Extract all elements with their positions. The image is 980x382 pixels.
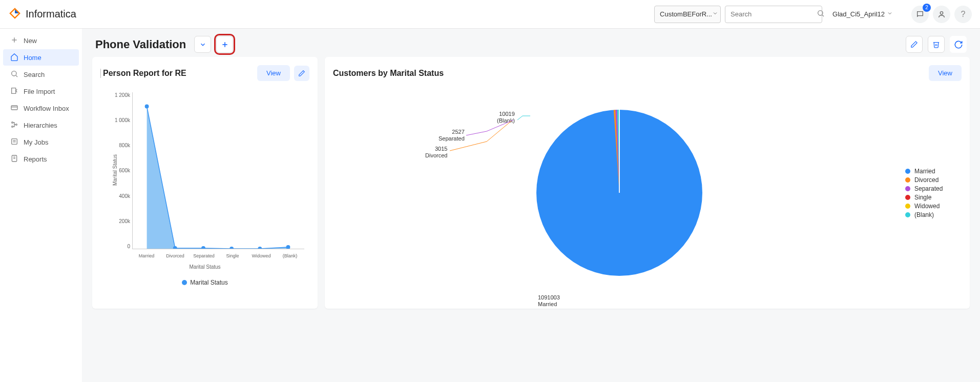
brand-area: Informatica xyxy=(8,7,76,22)
pie-chart: 1091003 Married 10019 (Blank) 2527 Separ… xyxy=(333,100,905,285)
sidebar-item-reports[interactable]: Reports xyxy=(3,151,79,167)
help-button[interactable]: ? xyxy=(954,6,972,23)
card-title: Person Report for RE xyxy=(100,69,257,78)
chevron-down-icon xyxy=(887,10,893,18)
svg-point-28 xyxy=(286,245,290,249)
svg-line-34 xyxy=(487,120,513,131)
svg-point-27 xyxy=(258,247,262,249)
page-dropdown-button[interactable] xyxy=(194,36,211,53)
sidebar-item-label: New xyxy=(24,37,37,45)
svg-point-3 xyxy=(818,11,823,15)
legend-dot-icon xyxy=(905,212,910,217)
view-button[interactable]: View xyxy=(929,65,962,81)
sidebar-item-label: Search xyxy=(24,71,45,78)
legend-dot-icon xyxy=(182,280,187,285)
plus-icon xyxy=(10,36,18,46)
svg-point-5 xyxy=(940,11,943,14)
sidebar-item-label: Reports xyxy=(24,155,47,163)
sidebar-item-label: Hierarchies xyxy=(24,122,57,129)
sidebar-item-hierarchies[interactable]: Hierarchies xyxy=(3,117,79,133)
x-axis-label: Marital Status xyxy=(100,264,309,270)
search-icon xyxy=(817,9,825,19)
delete-button[interactable] xyxy=(928,36,945,53)
svg-point-12 xyxy=(12,126,13,127)
legend-item: Divorced xyxy=(905,176,962,184)
profile-button[interactable] xyxy=(933,6,950,23)
plot-area xyxy=(132,92,304,249)
area-chart: Marital Status 1 200k 1 000k 800k 600k 4… xyxy=(100,85,309,290)
legend-dot-icon xyxy=(905,195,910,200)
edit-button[interactable] xyxy=(906,36,923,53)
sidebar: New Home Search File Import Workflow Inb… xyxy=(0,29,82,382)
svg-point-25 xyxy=(201,246,205,249)
svg-line-4 xyxy=(822,15,824,16)
sidebar-item-home[interactable]: Home xyxy=(3,49,79,66)
brand-text: Informatica xyxy=(26,8,76,20)
sidebar-item-label: My Jobs xyxy=(24,138,48,146)
legend-item: Widowed xyxy=(905,203,962,210)
sidebar-item-label: Workflow Inbox xyxy=(24,105,69,112)
svg-point-8 xyxy=(12,71,16,75)
logo-icon xyxy=(8,7,22,22)
sidebar-item-label: File Import xyxy=(24,88,55,95)
legend-item: (Blank) xyxy=(905,211,962,218)
context-dropdown[interactable]: CustomBEForR... xyxy=(654,6,721,23)
user-name: Glad_Ci5_April12 xyxy=(832,10,885,18)
search-box[interactable] xyxy=(725,6,822,23)
main-area: Phone Validation Person Report for xyxy=(82,29,980,382)
sidebar-item-label: Home xyxy=(24,54,41,62)
svg-point-23 xyxy=(145,104,149,108)
svg-line-36 xyxy=(487,121,511,142)
user-menu[interactable]: Glad_Ci5_April12 xyxy=(832,10,893,18)
sidebar-item-workflow-inbox[interactable]: Workflow Inbox xyxy=(3,100,79,116)
add-chart-button[interactable] xyxy=(216,36,233,53)
context-dropdown-label: CustomBEForR... xyxy=(660,10,712,18)
svg-point-26 xyxy=(230,247,234,249)
import-icon xyxy=(10,87,18,96)
card-edit-button[interactable] xyxy=(294,66,309,81)
sidebar-item-search[interactable]: Search xyxy=(3,66,79,83)
view-button[interactable]: View xyxy=(257,65,290,81)
inbox-icon xyxy=(10,104,18,113)
chevron-down-icon xyxy=(712,10,718,18)
svg-point-13 xyxy=(16,124,17,125)
home-icon xyxy=(10,53,18,63)
svg-point-11 xyxy=(12,122,13,123)
page-title: Phone Validation xyxy=(95,38,186,51)
jobs-icon xyxy=(10,137,18,147)
legend-item: Married xyxy=(905,168,962,175)
svg-line-33 xyxy=(466,131,487,135)
top-header: Informatica CustomBEForR... Glad_Ci5_Apr… xyxy=(0,0,980,29)
legend-dot-icon xyxy=(905,186,910,191)
x-ticks: Married Divorced Separated Single Widowe… xyxy=(132,253,304,258)
legend-item: Separated xyxy=(905,185,962,192)
legend-item: Single xyxy=(905,194,962,201)
legend-dot-icon xyxy=(905,177,910,183)
card-person-report: Person Report for RE View Marital Status… xyxy=(92,57,318,309)
search-input[interactable] xyxy=(731,10,817,18)
pie-legend: Married Divorced Separated Single Widowe… xyxy=(905,166,962,220)
svg-marker-22 xyxy=(147,106,288,249)
card-customers-marital: Customers by Marital Status View 1091003… xyxy=(325,57,970,309)
chart-legend: Marital Status xyxy=(100,279,309,286)
notification-badge: 2 xyxy=(923,4,931,12)
svg-line-32 xyxy=(517,116,523,120)
reports-icon xyxy=(10,154,18,164)
legend-dot-icon xyxy=(905,169,910,174)
svg-rect-10 xyxy=(11,106,17,110)
legend-dot-icon xyxy=(905,204,910,209)
refresh-button[interactable] xyxy=(950,36,967,53)
card-title: Customers by Marital Status xyxy=(333,69,929,78)
titlebar: Phone Validation xyxy=(82,29,980,57)
search-icon xyxy=(10,70,18,79)
notifications-button[interactable]: 2 xyxy=(911,6,929,23)
svg-line-35 xyxy=(450,142,487,151)
pie-label-married: 1091003 Married xyxy=(538,294,560,308)
hierarchy-icon xyxy=(10,120,18,130)
y-ticks: 1 200k 1 000k 800k 600k 400k 200k 0 xyxy=(112,92,130,249)
svg-line-9 xyxy=(16,75,17,77)
sidebar-item-my-jobs[interactable]: My Jobs xyxy=(3,134,79,150)
sidebar-item-file-import[interactable]: File Import xyxy=(3,83,79,99)
sidebar-item-new[interactable]: New xyxy=(3,32,79,49)
